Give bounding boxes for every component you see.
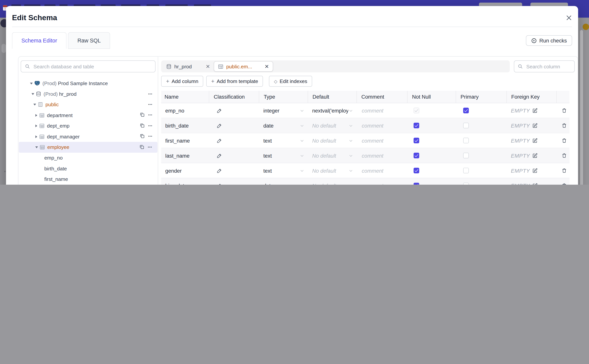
tree-item-employee[interactable]: employee•••: [19, 142, 157, 153]
more-menu-icon[interactable]: •••: [148, 145, 152, 149]
edit-foreign-key-icon[interactable]: [532, 123, 537, 128]
chevron-down-icon[interactable]: [34, 146, 39, 149]
comment-input[interactable]: [361, 122, 407, 129]
tree-item-hr-prod[interactable]: (Prod) hr_prod•••: [19, 89, 158, 99]
edit-foreign-key-icon[interactable]: [532, 153, 537, 158]
default-cell[interactable]: No default: [308, 118, 356, 133]
not-null-checkbox[interactable]: [414, 138, 419, 143]
foreign-key-cell: EMPTY: [507, 163, 556, 178]
column-search-input[interactable]: [526, 63, 571, 70]
close-icon[interactable]: ✕: [265, 63, 269, 70]
primary-checkbox[interactable]: [463, 123, 469, 128]
close-icon[interactable]: [566, 15, 572, 21]
tree-item-prod-sample-instance[interactable]: (Prod) Prod Sample Instance: [19, 78, 158, 89]
type-cell[interactable]: text: [259, 163, 308, 178]
more-menu-icon[interactable]: •••: [148, 113, 153, 117]
not-null-checkbox[interactable]: [414, 153, 419, 158]
delete-column-icon[interactable]: [562, 168, 567, 173]
more-menu-icon[interactable]: •••: [148, 135, 153, 139]
tree-item-public[interactable]: public•••: [19, 99, 158, 110]
edit-indexes-button[interactable]: ◇ Edit indexes: [269, 76, 312, 87]
pencil-icon[interactable]: [217, 153, 222, 158]
chevron-down-icon[interactable]: [32, 103, 37, 106]
tree-item-dept-emp[interactable]: dept_emp•••: [19, 121, 158, 131]
not-null-checkbox[interactable]: [414, 168, 419, 173]
type-cell[interactable]: date: [259, 118, 308, 133]
page-scrollbar[interactable]: [580, 30, 583, 185]
column-name-input[interactable]: [165, 167, 209, 174]
tree-item-first-name[interactable]: first_name: [19, 174, 158, 184]
tab-raw-sql[interactable]: Raw SQL: [68, 32, 110, 49]
more-menu-icon[interactable]: •••: [148, 103, 153, 107]
pencil-icon[interactable]: [217, 108, 222, 113]
more-menu-icon[interactable]: •••: [148, 124, 153, 128]
column-name-input[interactable]: [165, 122, 209, 129]
close-icon[interactable]: ✕: [206, 63, 210, 70]
comment-input[interactable]: [361, 137, 407, 144]
primary-checkbox[interactable]: [463, 108, 469, 113]
more-menu-icon[interactable]: •••: [148, 92, 153, 96]
not-null-checkbox[interactable]: [414, 183, 419, 185]
tab-chip-hr-prod[interactable]: hr_prod ✕: [162, 61, 214, 72]
copy-icon[interactable]: [140, 112, 145, 118]
not-null-checkbox[interactable]: [414, 123, 419, 128]
add-from-template-button[interactable]: + Add from template: [206, 76, 263, 87]
pencil-icon[interactable]: [217, 183, 222, 185]
delete-column-icon[interactable]: [562, 153, 567, 158]
primary-checkbox[interactable]: [463, 168, 469, 173]
type-cell[interactable]: integer: [259, 103, 308, 118]
run-checks-button[interactable]: Run checks: [526, 35, 572, 46]
tree-item-department[interactable]: department•••: [19, 110, 158, 121]
copy-icon[interactable]: [140, 123, 145, 129]
default-value: No default: [312, 182, 336, 185]
type-cell[interactable]: text: [259, 148, 308, 163]
tree-item-emp-no[interactable]: emp_no: [19, 153, 158, 163]
tree-item-dept-manager[interactable]: dept_manager•••: [19, 131, 158, 142]
edit-foreign-key-icon[interactable]: [532, 138, 537, 143]
pencil-icon[interactable]: [217, 123, 222, 128]
comment-input[interactable]: [361, 167, 407, 174]
copy-icon[interactable]: [140, 134, 145, 140]
tree-item-birth-date[interactable]: birth_date: [19, 163, 158, 174]
edit-foreign-key-icon[interactable]: [532, 108, 537, 113]
header-button[interactable]: [530, 3, 568, 6]
default-cell[interactable]: nextval('employ: [308, 103, 356, 118]
column-name-input[interactable]: [165, 152, 209, 159]
delete-column-icon[interactable]: [562, 138, 567, 143]
comment-input[interactable]: [361, 107, 407, 114]
delete-column-icon[interactable]: [562, 108, 567, 113]
pencil-icon[interactable]: [217, 138, 222, 143]
comment-input[interactable]: [361, 182, 407, 185]
column-name-input[interactable]: [165, 182, 209, 185]
delete-column-icon[interactable]: [562, 183, 567, 185]
tab-schema-editor[interactable]: Schema Editor: [12, 32, 67, 49]
type-cell[interactable]: date: [259, 178, 308, 185]
tree-item-last-name[interactable]: last_name: [19, 184, 158, 185]
default-cell[interactable]: No default: [308, 148, 356, 163]
pencil-icon[interactable]: [217, 168, 222, 173]
comment-input[interactable]: [361, 152, 407, 159]
primary-checkbox[interactable]: [463, 153, 469, 158]
default-cell[interactable]: No default: [308, 178, 356, 185]
default-cell[interactable]: No default: [308, 133, 356, 148]
tab-chip-public-employee[interactable]: public.em... ✕: [214, 61, 273, 72]
header-button[interactable]: [479, 3, 522, 6]
chevron-right-icon[interactable]: [34, 114, 38, 117]
primary-checkbox[interactable]: [463, 138, 469, 143]
type-cell[interactable]: text: [259, 133, 308, 148]
modal-header: Edit Schema: [6, 6, 578, 27]
copy-icon[interactable]: [139, 144, 144, 150]
chevron-right-icon[interactable]: [34, 124, 38, 128]
chevron-down-icon[interactable]: [29, 82, 33, 85]
chevron-down-icon[interactable]: [31, 92, 35, 96]
primary-checkbox[interactable]: [463, 183, 469, 185]
delete-column-icon[interactable]: [562, 123, 567, 128]
default-cell[interactable]: No default: [308, 163, 356, 178]
edit-foreign-key-icon[interactable]: [532, 168, 537, 173]
chevron-right-icon[interactable]: [34, 135, 38, 138]
add-column-button[interactable]: + Add column: [161, 76, 203, 87]
column-name-input[interactable]: [165, 137, 209, 144]
tree-search-input[interactable]: [33, 63, 151, 70]
edit-foreign-key-icon[interactable]: [532, 183, 537, 185]
column-name-input[interactable]: [165, 107, 209, 114]
